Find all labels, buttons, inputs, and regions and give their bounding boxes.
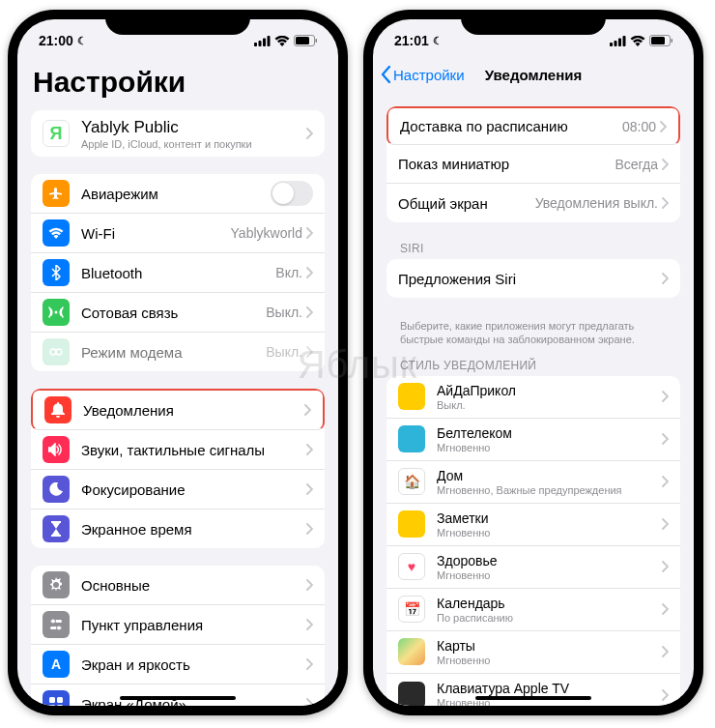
- status-icons: [610, 35, 672, 46]
- chevron-right-icon: [662, 197, 669, 209]
- settings-row-Экран «Домой»[interactable]: Экран «Домой»: [31, 684, 325, 706]
- app-sub: По расписанию: [437, 612, 662, 624]
- chevron-right-icon: [662, 391, 669, 402]
- svg-rect-1: [259, 41, 262, 46]
- app-row[interactable]: АйДаПриколВыкл.: [386, 376, 680, 419]
- settings-row-Фокусирование[interactable]: Фокусирование: [31, 470, 325, 510]
- chevron-right-icon: [306, 444, 313, 455]
- svg-rect-25: [672, 39, 673, 43]
- svg-point-8: [50, 349, 56, 355]
- chevron-right-icon: [306, 523, 313, 535]
- status-icons: [254, 35, 317, 46]
- app-sub: Выкл.: [437, 399, 662, 411]
- row-label: Режим модема: [81, 344, 266, 361]
- settings-row-Авиарежим[interactable]: Авиарежим: [31, 174, 325, 214]
- chevron-right-icon: [306, 306, 313, 318]
- row-label: Сотовая связь: [81, 305, 266, 321]
- settings-row-Уведомления[interactable]: Уведомления: [31, 389, 325, 430]
- row-value: Уведомления выкл.: [535, 195, 658, 211]
- wifi-icon: [630, 36, 645, 46]
- row-label: Пункт управления: [81, 617, 306, 633]
- row-value: Всегда: [615, 157, 658, 172]
- account-row[interactable]: Я Yablyk Public Apple ID, iCloud, контен…: [31, 110, 325, 157]
- airplane-icon: [43, 180, 70, 207]
- app-row[interactable]: 🏠ДомМгновенно, Важные предупреждения: [386, 461, 680, 504]
- settings-row-Пункт управления[interactable]: Пункт управления: [31, 605, 325, 645]
- svg-rect-15: [49, 697, 55, 703]
- app-row[interactable]: ЗаметкиМгновенно: [386, 504, 680, 546]
- settings-row-Экранное время[interactable]: Экранное время: [31, 510, 325, 548]
- setting-row[interactable]: Доставка по расписанию08:00: [386, 106, 680, 145]
- control-center-icon: [43, 611, 70, 638]
- notifications-icon: [44, 396, 72, 423]
- back-button[interactable]: Настройки: [381, 66, 465, 83]
- app-sub: Мгновенно: [437, 569, 662, 581]
- app-name: АйДаПрикол: [437, 383, 662, 398]
- bluetooth-icon: [43, 259, 70, 286]
- cellular-icon: [43, 299, 70, 326]
- settings-row-Режим модема[interactable]: Режим модемаВыкл.: [31, 333, 325, 371]
- app-row[interactable]: ♥ЗдоровьеМгновенно: [386, 546, 680, 589]
- chevron-right-icon: [662, 433, 669, 445]
- row-value: Yablykworld: [231, 225, 302, 241]
- setting-row[interactable]: Общий экранУведомления выкл.: [386, 184, 680, 222]
- settings-row-Основные[interactable]: Основные: [31, 566, 325, 605]
- settings-row-Звуки, тактильные сигналы[interactable]: Звуки, тактильные сигналы: [31, 430, 325, 470]
- battery-icon: [649, 35, 672, 46]
- app-row[interactable]: БелтелекомМгновенно: [386, 419, 680, 461]
- siri-suggestions-row[interactable]: Предложения Siri: [386, 259, 680, 298]
- signal-icon: [610, 36, 626, 46]
- nav-bar: Настройки Уведомления: [373, 56, 694, 93]
- app-icon: [398, 383, 425, 410]
- account-section: Я Yablyk Public Apple ID, iCloud, контен…: [31, 110, 325, 157]
- row-label: Общий экран: [398, 195, 488, 212]
- hotspot-icon: [43, 338, 70, 365]
- signal-icon: [254, 36, 271, 46]
- row-label: Bluetooth: [81, 265, 275, 281]
- app-row[interactable]: 📅КалендарьПо расписанию: [386, 589, 680, 631]
- app-icon: 📅: [398, 596, 425, 623]
- settings-row-Wi-Fi[interactable]: Wi-FiYablykworld: [31, 214, 325, 253]
- siri-label: Предложения Siri: [398, 271, 516, 287]
- row-label: Уведомления: [83, 402, 304, 419]
- connectivity-section: АвиарежимWi-FiYablykworldBluetoothВкл.Со…: [31, 174, 325, 371]
- svg-point-12: [51, 619, 56, 624]
- app-name: Здоровье: [437, 553, 662, 568]
- svg-rect-3: [268, 36, 271, 46]
- chevron-right-icon: [306, 698, 313, 706]
- svg-rect-20: [615, 41, 617, 46]
- display-icon: A: [43, 651, 70, 678]
- settings-row-Bluetooth[interactable]: BluetoothВкл.: [31, 253, 325, 293]
- chevron-right-icon: [662, 561, 669, 572]
- toggle[interactable]: [271, 181, 313, 206]
- home-screen-icon: [43, 690, 70, 706]
- chevron-right-icon: [662, 273, 669, 284]
- app-name: Дом: [437, 468, 662, 483]
- settings-row-Сотовая связь[interactable]: Сотовая связьВыкл.: [31, 293, 325, 333]
- app-icon: ♥: [398, 553, 425, 580]
- row-value: Выкл.: [266, 305, 302, 320]
- svg-point-7: [55, 311, 58, 314]
- svg-rect-0: [254, 43, 257, 46]
- svg-point-9: [56, 349, 62, 355]
- svg-rect-16: [57, 697, 63, 703]
- home-indicator[interactable]: [475, 696, 591, 700]
- svg-rect-22: [623, 36, 626, 46]
- notch: [461, 10, 606, 35]
- chevron-right-icon: [662, 646, 669, 657]
- app-row[interactable]: КартыМгновенно: [386, 631, 680, 674]
- screentime-icon: [43, 515, 70, 542]
- app-row[interactable]: Клавиатура Apple TVМгновенно: [386, 674, 680, 706]
- focus-icon: [43, 476, 70, 503]
- chevron-right-icon: [660, 121, 667, 132]
- back-label: Настройки: [393, 67, 465, 83]
- home-indicator[interactable]: [120, 696, 236, 700]
- row-label: Доставка по расписанию: [400, 118, 568, 134]
- account-name: Yablyk Public: [81, 118, 306, 137]
- chevron-right-icon: [306, 658, 313, 670]
- app-icon: 🏠: [398, 468, 425, 495]
- setting-row[interactable]: Показ миниатюрВсегда: [386, 145, 680, 184]
- settings-row-Экран и яркость[interactable]: AЭкран и яркость: [31, 645, 325, 684]
- chevron-right-icon: [662, 518, 669, 530]
- svg-rect-18: [57, 705, 63, 706]
